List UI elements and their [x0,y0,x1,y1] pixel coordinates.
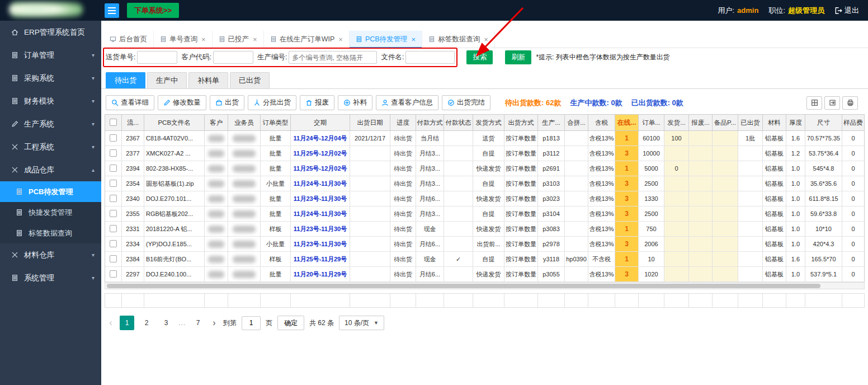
column-header-7[interactable]: 进度 [390,115,416,130]
row-checkbox[interactable] [105,161,122,176]
table-row[interactable]: 2340DOJ.E270.101...批量11月23号-11月30号待出货月结6… [105,191,864,206]
tab-close-icon[interactable]: × [412,35,416,44]
toolbar-button-0[interactable]: 查看详细 [106,95,154,110]
sidebar-item-11[interactable]: 系统管理 ▾ [0,266,101,289]
column-header-13[interactable]: 合拼... [565,115,588,130]
column-header-18[interactable]: 报废... [689,115,713,130]
subtab-1[interactable]: 生产中 [147,72,187,88]
hamburger-menu-button[interactable] [105,3,119,18]
tab-4[interactable]: PCB待发管理 × [350,31,422,48]
row-checkbox[interactable] [105,237,122,251]
toolbar-button-3[interactable]: 分批出货 [248,95,296,110]
horizontal-scrollbar[interactable] [105,282,865,289]
sidebar-item-2[interactable]: 采购系统 ▾ [0,67,101,90]
search-field-input-0[interactable] [137,51,177,64]
page-size-select[interactable]: 10 条/页▼ [339,316,384,330]
toolbar-button-7[interactable]: 出货完结 [442,95,490,110]
goto-confirm-button[interactable]: 确定 [277,316,304,330]
row-checkbox[interactable] [105,267,122,281]
export-button[interactable] [824,96,840,110]
column-header-16[interactable]: 订单... [639,115,664,130]
column-header-4[interactable]: 订单类型 [261,115,291,130]
toolbar-button-1[interactable]: 修改数量 [158,95,206,110]
next-page-button[interactable]: › [210,318,218,328]
table-row[interactable]: 233120181220-A 铝...样板11月23号-11月30号待出货现金快… [105,222,864,237]
table-row[interactable]: 2297DOJ.E240.100...批量11月20号-11月29号待出货月结6… [105,267,864,282]
tab-close-icon[interactable]: × [484,35,488,44]
sidebar-item-1[interactable]: 订单管理 ▾ [0,44,101,67]
order-system-button[interactable]: 下单系统>> [127,3,179,18]
column-header-24[interactable]: 样品费 [842,115,865,130]
column-header-17[interactable]: 发货... [664,115,689,130]
tab-1[interactable]: 单号查询 × [154,31,213,48]
subtab-3[interactable]: 已出货 [230,72,270,88]
tab-close-icon[interactable]: × [253,35,257,44]
sidebar-item-4[interactable]: 生产系统 ▾ [0,112,101,135]
row-checkbox[interactable] [105,191,122,206]
row-checkbox[interactable] [105,206,122,221]
print-button[interactable] [842,96,858,110]
search-field-input-1[interactable] [213,51,253,64]
toolbar-button-5[interactable]: 补料 [338,95,372,110]
column-header-5[interactable]: 交期 [291,115,350,130]
sidebar-item-9[interactable]: 标签数据查询 [0,223,101,243]
column-header-8[interactable]: 付款方式 [416,115,444,130]
logout-button[interactable]: 退出 [834,6,859,16]
column-header-9[interactable]: 付款状态 [444,115,473,130]
table-row[interactable]: 2394802-238-HX85-...批量11月25号-12月02号待出货月结… [105,161,864,176]
column-header-15[interactable]: 在线... [615,115,639,130]
row-checkbox[interactable] [105,176,122,191]
table-row[interactable]: 2355RGB铝基板202...批量11月24号-11月30号待出货月结3...… [105,206,864,222]
row-checkbox[interactable] [105,146,122,161]
column-header-12[interactable]: 生产... [538,115,565,130]
sidebar-item-3[interactable]: 财务模块 ▾ [0,90,101,112]
column-header-20[interactable]: 已出货 [738,115,763,130]
column-header-2[interactable]: 客户 [205,115,228,130]
table-row[interactable]: 2334(YP)DOJ.E185...小批量11月23号-11月30号待出货月结… [105,237,864,252]
search-button[interactable]: 搜索 [466,50,493,64]
subtab-0[interactable]: 待出货 [106,72,145,88]
toolbar-button-4[interactable]: 报废 [300,95,334,110]
column-header-19[interactable]: 备品P... [713,115,738,130]
column-header-23[interactable]: 尺寸 [805,115,842,130]
table-row[interactable]: 2354圆形铝基板(1).zip小批量11月24号-11月30号待出货月结3..… [105,176,864,191]
column-header-14[interactable]: 含税 [588,115,615,130]
refresh-button[interactable]: 刷新 [505,50,531,64]
sidebar-item-10[interactable]: 材料仓库 ▾ [0,243,101,266]
tab-2[interactable]: 已投产 × [213,31,264,48]
goto-page-input[interactable] [242,316,261,330]
sidebar-item-8[interactable]: 快捷发货管理 [0,202,101,223]
search-field-input-3[interactable] [405,51,455,64]
scrollbar-thumb[interactable] [107,284,820,288]
toolbar-button-6[interactable]: 查看客户信息 [376,95,438,110]
sidebar-item-0[interactable]: ERP管理系统首页 [0,21,101,44]
page-button-3[interactable]: 3 [159,316,173,330]
row-checkbox[interactable] [105,131,122,145]
tab-0[interactable]: 后台首页 [103,31,154,48]
tab-close-icon[interactable]: × [201,35,206,44]
column-header-11[interactable]: 出货方式 [504,115,538,130]
table-row[interactable]: 2377XMCK027-A2 ...批量11月25号-12月02号待出货月结3.… [105,146,864,161]
column-header-6[interactable]: 出货日期 [350,115,390,130]
toolbar-button-2[interactable]: 出货 [210,95,244,110]
column-header-3[interactable]: 业务员 [228,115,261,130]
column-header-0[interactable]: 流... [122,115,144,130]
select-all-checkbox[interactable] [105,115,122,130]
subtab-2[interactable]: 补料单 [188,72,228,88]
page-button-2[interactable]: 2 [139,316,154,330]
page-button-1[interactable]: 1 [120,316,134,330]
tab-5[interactable]: 标签数据查询 × [422,31,495,48]
search-field-input-2[interactable] [289,51,377,64]
tab-close-icon[interactable]: × [338,35,343,44]
prev-page-button[interactable]: ‹ [107,318,115,328]
column-header-21[interactable]: 材料 [763,115,786,130]
sidebar-item-7[interactable]: PCB待发管理 [0,181,101,202]
page-button-7[interactable]: 7 [191,316,205,330]
columns-button[interactable] [806,96,822,110]
table-row[interactable]: 2367C818-4AT02V0...批量11月24号-12月04号2021/1… [105,131,864,146]
table-row[interactable]: 2384B16前壳灯(BO...样板11月25号-11月29号待出货现金✓自提按… [105,252,864,267]
tab-3[interactable]: 在线生产订单WIP × [264,31,350,48]
row-checkbox[interactable] [105,222,122,236]
row-checkbox[interactable] [105,252,122,266]
column-header-10[interactable]: 发货方式 [473,115,504,130]
